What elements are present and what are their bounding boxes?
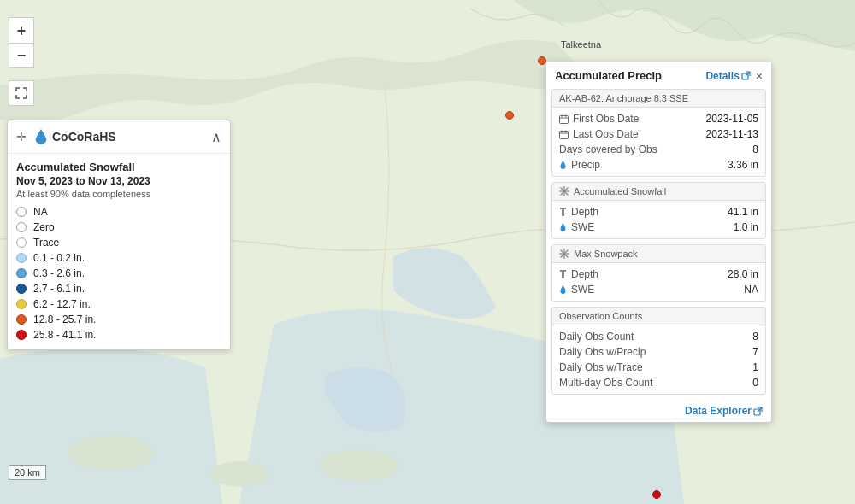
obs-counts-header: Observation Counts [552, 308, 765, 325]
depth-icon-2 [559, 269, 567, 279]
legend-brand-title: CoCoRaHS [52, 130, 116, 144]
legend-dot [16, 299, 27, 309]
legend-dot [16, 207, 27, 217]
move-icon: ✛ [16, 130, 27, 144]
swe-raindrop-icon [559, 222, 567, 232]
legend-collapse-button[interactable]: ∧ [211, 129, 221, 145]
svg-rect-24 [560, 270, 566, 272]
legend-item-label: 12.8 - 25.7 in. [33, 314, 96, 325]
raindrop-icon [559, 160, 567, 170]
snowpack-depth-row: Depth 28.0 in [559, 267, 758, 282]
legend-item: Trace [16, 237, 221, 249]
legend-item-label: 0.1 - 0.2 in. [33, 252, 85, 264]
snowfall-section: Accumulated Snowfall Depth 41.1 in [551, 182, 766, 239]
precip-row: Precip 3.36 in [559, 157, 758, 173]
daily-obs-row: Daily Obs Count 8 [559, 329, 758, 344]
legend-item: 12.8 - 25.7 in. [16, 314, 221, 325]
scale-bar: 20 km [9, 465, 46, 480]
cocorahs-logo: CoCoRaHS [33, 127, 116, 146]
legend-dot [16, 237, 27, 248]
legend-item: 25.8 - 41.1 in. [16, 329, 221, 341]
depth-row: Depth 41.1 in [559, 204, 758, 220]
zoom-in-button[interactable]: + [9, 17, 34, 43]
obs-counts-body: Daily Obs Count 8 Daily Obs w/Precip 7 D… [552, 325, 765, 394]
svg-point-3 [321, 450, 398, 481]
map-dot-3[interactable] [652, 490, 661, 499]
calendar-icon [559, 114, 569, 124]
fullscreen-button[interactable] [9, 80, 34, 106]
snowfall-body: Depth 41.1 in SWE 1.0 in [552, 201, 765, 238]
legend-item-label: 2.7 - 6.1 in. [33, 283, 85, 295]
legend-item: 6.2 - 12.7 in. [16, 298, 221, 310]
talkeetna-label: Talkeetna [561, 39, 601, 50]
multiday-obs-row: Multi-day Obs Count 0 [559, 375, 758, 390]
snowpack-header: Max Snowpack [552, 245, 765, 263]
data-explorer-link[interactable]: Data Explorer [685, 405, 763, 417]
external-link-icon [753, 407, 763, 416]
calendar-icon-2 [559, 130, 569, 139]
snowflake-icon [559, 186, 569, 196]
svg-rect-18 [560, 208, 566, 209]
legend-header[interactable]: ✛ CoCoRaHS ∧ [8, 120, 230, 154]
snowfall-header: Accumulated Snowfall [552, 183, 765, 201]
legend-item: 2.7 - 6.1 in. [16, 283, 221, 295]
popup-close-button[interactable]: × [756, 70, 763, 82]
zoom-out-button[interactable]: − [9, 43, 34, 68]
legend-item-label: 0.3 - 2.6 in. [33, 267, 85, 279]
snowpack-section: Max Snowpack Depth 28.0 in [551, 244, 766, 302]
svg-point-2 [209, 461, 269, 487]
popup-panel: Accumulated Precip Details × AK-AB-62: A… [545, 62, 772, 423]
legend-dates: Nov 5, 2023 to Nov 13, 2023 [16, 175, 221, 187]
obs-counts-section: Observation Counts Daily Obs Count 8 Dai… [551, 307, 766, 395]
days-covered-row: Days covered by Obs 8 [559, 142, 758, 157]
map-dot-2[interactable] [505, 111, 514, 120]
legend-type-title: Accumulated Snowfall [16, 161, 221, 173]
legend-items: NAZeroTrace0.1 - 0.2 in.0.3 - 2.6 in.2.7… [16, 206, 221, 341]
station-section: AK-AB-62: Anchorage 8.3 SSE First Obs Da… [551, 89, 766, 177]
legend-body: Accumulated Snowfall Nov 5, 2023 to Nov … [8, 154, 230, 349]
map-controls: + − [9, 17, 34, 68]
legend-panel: ✛ CoCoRaHS ∧ Accumulated Snowfall Nov 5,… [7, 120, 231, 350]
legend-dot [16, 222, 27, 232]
legend-item: 0.1 - 0.2 in. [16, 252, 221, 264]
legend-item: Zero [16, 221, 221, 233]
legend-item-label: 6.2 - 12.7 in. [33, 298, 91, 310]
station-header: AK-AB-62: Anchorage 8.3 SSE [552, 90, 765, 108]
first-obs-row: First Obs Date 2023-11-05 [559, 111, 758, 126]
depth-icon [559, 207, 567, 217]
legend-completeness: At least 90% data completeness [16, 189, 221, 199]
svg-point-1 [68, 436, 154, 470]
daily-trace-row: Daily Obs w/Trace 1 [559, 360, 758, 375]
swe-row: SWE 1.0 in [559, 220, 758, 235]
legend-dot [16, 284, 27, 294]
snowflake-icon-2 [559, 249, 569, 259]
station-body: First Obs Date 2023-11-05 Last Obs Date … [552, 108, 765, 176]
legend-item-label: Trace [33, 237, 59, 249]
legend-item-label: Zero [33, 221, 55, 233]
legend-dot [16, 268, 27, 278]
legend-item-label: 25.8 - 41.1 in. [33, 329, 96, 341]
popup-title: Accumulated Precip [555, 69, 662, 82]
snowpack-body: Depth 28.0 in SWE NA [552, 263, 765, 301]
legend-item: NA [16, 206, 221, 218]
legend-dot [16, 330, 27, 340]
legend-dot [16, 314, 27, 325]
daily-precip-row: Daily Obs w/Precip 7 [559, 344, 758, 360]
legend-item: 0.3 - 2.6 in. [16, 267, 221, 279]
legend-dot [16, 253, 27, 263]
popup-bottom: Data Explorer [546, 400, 771, 422]
legend-item-label: NA [33, 206, 48, 218]
swe-raindrop-icon-2 [559, 284, 567, 295]
svg-rect-9 [560, 131, 569, 138]
popup-header: Accumulated Precip Details × [546, 62, 771, 89]
svg-rect-5 [560, 115, 569, 123]
last-obs-row: Last Obs Date 2023-11-13 [559, 126, 758, 142]
details-link[interactable]: Details [705, 70, 750, 82]
snowpack-swe-row: SWE NA [559, 282, 758, 297]
